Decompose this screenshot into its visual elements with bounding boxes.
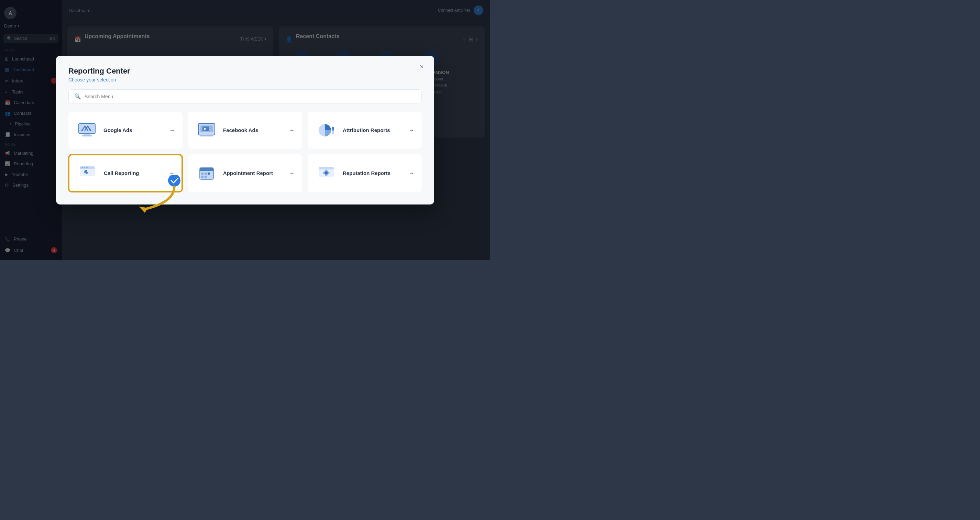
modal-close-button[interactable]: × [416,61,427,72]
report-cards-grid: Google Ads → [68,112,422,192]
modal-subtitle: Choose your selection [68,77,422,83]
svg-point-31 [325,172,328,174]
appointment-report-icon [196,162,218,184]
appointment-report-label: Appointment Report [223,170,283,176]
search-input[interactable] [84,94,416,99]
attribution-reports-label: Attribution Reports [343,127,403,134]
svg-rect-28 [319,167,334,169]
attribution-reports-arrow: → [409,127,414,134]
google-ads-arrow: → [169,127,175,134]
svg-point-4 [90,130,91,131]
call-reporting-label: Call Reporting [104,170,164,176]
appointment-report-card[interactable]: Appointment Report → [188,154,302,192]
call-reporting-card[interactable]: Call Reporting → [68,154,183,192]
svg-marker-33 [139,207,148,213]
svg-point-18 [86,167,88,169]
google-ads-icon [76,119,98,141]
appointment-report-arrow: → [289,170,294,176]
attribution-reports-icon [315,119,337,141]
svg-rect-22 [201,173,204,175]
modal-overlay[interactable]: × Reporting Center Choose your selection… [0,0,490,260]
svg-rect-21 [200,170,213,171]
svg-rect-24 [208,173,210,175]
facebook-ads-label: Facebook Ads [223,127,283,134]
attribution-reports-card[interactable]: Attribution Reports → [308,112,422,149]
reputation-reports-label: Reputation Reports [343,170,403,176]
svg-rect-25 [201,176,204,178]
reputation-reports-icon [315,162,337,184]
reporting-center-modal: × Reporting Center Choose your selection… [56,56,434,205]
reputation-reports-arrow: → [409,170,414,176]
svg-point-3 [81,130,83,131]
svg-rect-1 [84,134,91,135]
modal-title: Reporting Center [68,67,422,76]
modal-search-bar[interactable]: 🔍 [68,89,422,103]
call-reporting-icon [76,162,98,184]
google-ads-label: Google Ads [103,127,164,134]
svg-rect-2 [82,135,92,137]
svg-rect-6 [200,135,213,137]
svg-point-16 [81,167,83,169]
search-icon: 🔍 [74,93,81,100]
google-ads-card[interactable]: Google Ads → [68,112,183,149]
svg-rect-26 [205,176,207,178]
svg-point-17 [84,167,85,169]
call-reporting-arrow: → [169,170,175,176]
facebook-ads-arrow: → [289,127,294,134]
svg-rect-23 [205,173,207,175]
reputation-reports-card[interactable]: Reputation Reports → [308,154,422,192]
svg-rect-13 [332,131,334,134]
facebook-ads-icon [196,119,218,141]
facebook-ads-card[interactable]: Facebook Ads → [188,112,302,149]
